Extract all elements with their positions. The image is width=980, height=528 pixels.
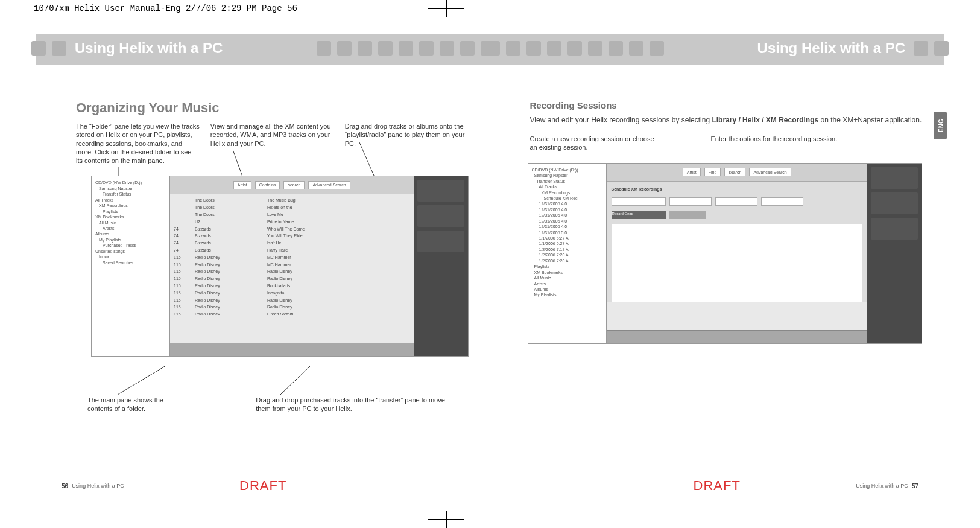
screenshot-organizing: CD/DVD (NW Drive (D:))Samsung NapsterTra… [91,176,469,357]
page-number: 56 [62,483,68,489]
heading: Organizing Your Music [76,100,469,116]
banner: Using Helix with a PC [490,34,944,65]
banner: Using Helix with a PC [36,34,490,65]
screenshot-main: ArtistFindsearchAdvanced Search Schedule… [607,164,868,343]
screenshot-main: ArtistContainssearchAdvanced Search The … [170,176,414,356]
callout-xm-content: View and manage all the XM content you r… [210,122,334,165]
svg-line-3 [118,366,166,395]
content-right: Recording Sessions View and edit your He… [530,100,923,344]
page-56: Using Helix with a PC Organizing Your Mu… [36,34,490,498]
folder-tree: CD/DVD (NW Drive (D:))Samsung NapsterTra… [92,176,170,356]
footer-title: Using Helix with a PC [856,483,908,489]
screenshot-toolbar: ArtistFindsearchAdvanced Search [607,164,868,182]
footer-title: Using Helix with a PC [72,483,124,489]
banner-title: Using Helix with a PC [757,40,905,57]
page-spread: Using Helix with a PC Organizing Your Mu… [36,34,944,498]
page-57: ENG Using Helix with a PC Recording Sess… [490,34,944,498]
page-number: 57 [912,483,918,489]
track-list: The DoorsThe Music BugThe DoorsRiders on… [170,194,414,315]
callout-drag-drop: Drag and drop tracks or albums onto the … [345,122,469,165]
lower-callouts: The main pane shows the contents of a fo… [87,396,454,413]
playlist-pane [867,164,922,343]
eng-tab: ENG [934,112,947,139]
playlist-pane [414,176,468,356]
folder-tree: CD/DVD (NW Drive (D:))Samsung NapsterTra… [528,164,607,343]
svg-line-4 [280,366,311,395]
screenshot-footer [607,330,868,343]
callout-enter-options: Enter the options for the recording sess… [711,135,868,152]
subheading: Recording Sessions [530,100,923,110]
content-left: Organizing Your Music The “Folder” pane … [76,100,469,357]
draft-stamp: DRAFT [694,478,741,494]
screenshot-recording: CD/DVD (NW Drive (D:))Samsung NapsterTra… [528,163,923,344]
callout-create-session: Create a new recording session or choose… [530,135,657,152]
callout-folder-pane: The “Folder” pane lets you view the trac… [76,122,200,165]
intro-text: View and edit your Helix recording sessi… [530,115,923,125]
banner-title: Using Helix with a PC [75,40,223,57]
print-slug: 10707xm Helix User Manual-Eng 2/7/06 2:2… [34,4,297,13]
callout-main-pane: The main pane shows the contents of a fo… [87,396,189,413]
callout-transfer: Drag and drop purchased tracks into the … [256,396,454,413]
schedule-panel: Schedule XM Recordings Record Once [607,182,868,302]
screenshot-footer [170,343,414,356]
draft-stamp: DRAFT [239,478,286,494]
screenshot-toolbar: ArtistContainssearchAdvanced Search [170,176,414,194]
